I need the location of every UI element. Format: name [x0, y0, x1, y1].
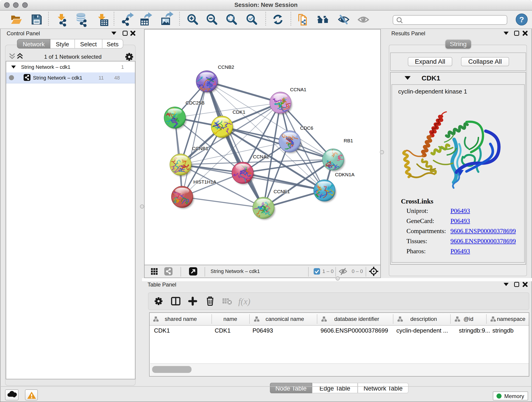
- svg-text:CCNE1: CCNE1: [273, 189, 290, 194]
- svg-text:CDC25B: CDC25B: [186, 100, 205, 105]
- svg-text:CDC6: CDC6: [300, 125, 313, 131]
- svg-text:?: ?: [519, 15, 524, 24]
- svg-text:CCNB2: CCNB2: [218, 64, 234, 70]
- svg-text:HIST1H1A: HIST1H1A: [193, 179, 216, 185]
- svg-text:1 of 1 Network selected: 1 of 1 Network selected: [44, 54, 102, 60]
- svg-text:CDK1: CDK1: [233, 109, 245, 115]
- svg-text:f(x): f(x): [238, 297, 250, 306]
- svg-text:RB1: RB1: [344, 138, 353, 143]
- svg-text:CCNA2: CCNA2: [253, 154, 269, 159]
- svg-text:CDKN1A: CDKN1A: [335, 172, 355, 177]
- svg-text:CCNA1: CCNA1: [290, 87, 306, 92]
- svg-text:CCNB1: CCNB1: [192, 146, 208, 151]
